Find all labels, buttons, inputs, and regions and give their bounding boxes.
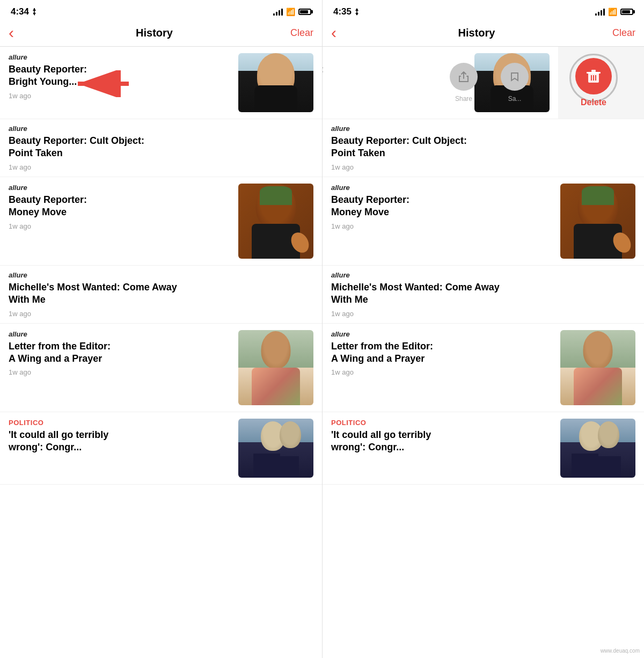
right-nav-bar: ‹ History Clear xyxy=(323,21,644,46)
left-article-list: allure Beauty Reporter:Bright Young... 1… xyxy=(0,47,322,658)
right-title-5: Letter from the Editor:A Wing and a Pray… xyxy=(331,340,554,365)
right-time: 4:35 xyxy=(333,6,352,17)
right-article-list: allure Beauty Reporter:Bright Young... xyxy=(323,47,644,658)
right-source-4: allure xyxy=(331,271,635,279)
right-title-3: Beauty Reporter:Money Move xyxy=(331,194,554,219)
right-article-item-2[interactable]: allure Beauty Reporter: Cult Object:Poin… xyxy=(323,119,644,177)
right-time-5: 1w ago xyxy=(331,368,554,376)
right-title-1: Beauty Reporter:Bright Young... xyxy=(323,63,468,89)
right-article-item-1[interactable]: allure Beauty Reporter:Bright Young... xyxy=(323,47,644,119)
left-time-5: 1w ago xyxy=(9,368,232,376)
left-image-6 xyxy=(238,419,313,478)
left-image-1 xyxy=(238,53,313,112)
left-image-3 xyxy=(238,184,313,259)
left-title-2: Beauty Reporter: Cult Object:Point Taken xyxy=(9,135,313,160)
right-article-content-6: POLITICO 'It could all go terriblywrong'… xyxy=(331,419,560,457)
svg-marker-3 xyxy=(355,8,358,11)
right-source-2: allure xyxy=(331,125,635,133)
right-status-icons: 📶 xyxy=(595,8,633,16)
right-time-3: 1w ago xyxy=(331,222,554,230)
delete-label: Delete xyxy=(581,98,606,107)
left-nav-title: History xyxy=(18,27,290,39)
left-back-button[interactable]: ‹ xyxy=(9,25,18,41)
left-status-icons: 📶 xyxy=(273,8,311,16)
left-title-3: Beauty Reporter:Money Move xyxy=(9,194,232,219)
right-title-4: Michelle's Most Wanted: Come AwayWith Me xyxy=(331,281,635,306)
save-icon xyxy=(509,71,521,83)
location-icon xyxy=(31,8,38,16)
right-back-button[interactable]: ‹ xyxy=(331,25,341,41)
right-image-5 xyxy=(560,330,635,405)
right-image-6 xyxy=(560,419,635,478)
left-article-content-5: allure Letter from the Editor:A Wing and… xyxy=(9,330,238,377)
right-source-3: allure xyxy=(331,184,554,192)
red-arrow-overlay xyxy=(70,68,134,97)
left-article-item-4[interactable]: allure Michelle's Most Wanted: Come Away… xyxy=(0,266,322,324)
left-source-4: allure xyxy=(9,271,313,279)
right-article-item-4[interactable]: allure Michelle's Most Wanted: Come Away… xyxy=(323,266,644,324)
watermark: www.deuaq.com xyxy=(601,648,640,654)
left-article-item-2[interactable]: allure Beauty Reporter: Cult Object:Poin… xyxy=(0,119,322,177)
left-title-6: 'It could all go terriblywrong': Congr..… xyxy=(9,429,232,454)
battery-icon xyxy=(298,9,311,15)
right-battery-icon xyxy=(620,9,633,15)
right-source-6: POLITICO xyxy=(331,419,554,427)
left-source-5: allure xyxy=(9,330,232,338)
left-article-content-3: allure Beauty Reporter:Money Move 1w ago xyxy=(9,184,238,230)
trash-icon xyxy=(586,68,601,85)
right-article-content-5: allure Letter from the Editor:A Wing and… xyxy=(331,330,560,377)
right-clear-button[interactable]: Clear xyxy=(612,27,635,39)
right-phone-panel: 4:35 📶 ‹ History Clear xyxy=(322,0,644,658)
right-title-6: 'It could all go terriblywrong': Congr..… xyxy=(331,429,554,454)
right-source-1: allure xyxy=(323,53,468,61)
left-article-item-6[interactable]: POLITICO 'It could all go terriblywrong'… xyxy=(0,412,322,485)
left-time-4: 1w ago xyxy=(9,310,313,318)
left-source-3: allure xyxy=(9,184,232,192)
left-article-item-1[interactable]: allure Beauty Reporter:Bright Young... 1… xyxy=(0,47,322,119)
left-title-5: Letter from the Editor:A Wing and a Pray… xyxy=(9,340,232,365)
svg-rect-6 xyxy=(587,72,601,74)
left-source-1: allure xyxy=(9,53,232,61)
left-status-bar: 4:34 📶 xyxy=(0,0,322,21)
left-time-2: 1w ago xyxy=(9,163,313,171)
right-time-2: 1w ago xyxy=(331,163,635,171)
left-article-content-6: POLITICO 'It could all go terriblywrong'… xyxy=(9,419,238,457)
save-label: Sa... xyxy=(508,95,522,103)
signal-icon xyxy=(273,8,283,16)
left-source-2: allure xyxy=(9,125,313,133)
right-delete-button[interactable]: Delete xyxy=(575,58,612,107)
right-title-2: Beauty Reporter: Cult Object:Point Taken xyxy=(331,135,635,160)
right-wifi-icon: 📶 xyxy=(608,8,617,16)
right-article-item-6[interactable]: POLITICO 'It could all go terriblywrong'… xyxy=(323,412,644,485)
left-phone-panel: 4:34 📶 ‹ History Clear xyxy=(0,0,322,658)
right-nav-title: History xyxy=(341,27,612,39)
left-article-item-3[interactable]: allure Beauty Reporter:Money Move 1w ago xyxy=(0,177,322,266)
right-status-bar: 4:35 📶 xyxy=(323,0,644,21)
left-clear-button[interactable]: Clear xyxy=(290,27,313,39)
right-time-4: 1w ago xyxy=(331,310,635,318)
svg-rect-5 xyxy=(591,70,596,72)
left-time: 4:34 xyxy=(11,6,29,17)
left-title-4: Michelle's Most Wanted: Come AwayWith Me xyxy=(9,281,313,306)
right-image-3 xyxy=(560,184,635,259)
share-icon xyxy=(458,71,470,83)
left-time-3: 1w ago xyxy=(9,222,232,230)
left-article-item-5[interactable]: allure Letter from the Editor:A Wing and… xyxy=(0,324,322,412)
right-article-item-3[interactable]: allure Beauty Reporter:Money Move 1w ago xyxy=(323,177,644,266)
right-save-button[interactable]: Sa... xyxy=(501,63,529,103)
right-location-icon xyxy=(354,8,360,16)
share-label: Share xyxy=(455,95,472,103)
wifi-icon: 📶 xyxy=(286,8,295,16)
right-signal-icon xyxy=(595,8,605,16)
left-source-6: POLITICO xyxy=(9,419,232,427)
right-source-5: allure xyxy=(331,330,554,338)
svg-marker-0 xyxy=(33,8,36,11)
right-article-content-3: allure Beauty Reporter:Money Move 1w ago xyxy=(331,184,560,230)
right-share-button[interactable]: Share xyxy=(450,63,478,103)
left-nav-bar: ‹ History Clear xyxy=(0,21,322,46)
right-article-item-5[interactable]: allure Letter from the Editor:A Wing and… xyxy=(323,324,644,412)
left-image-5 xyxy=(238,330,313,405)
